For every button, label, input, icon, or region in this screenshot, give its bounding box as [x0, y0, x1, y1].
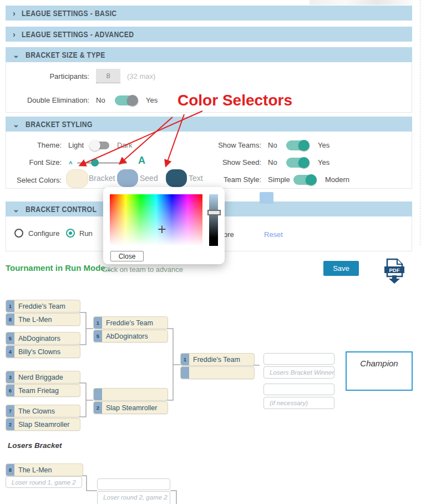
team-box[interactable]: 3 Nerd Briggade	[6, 371, 80, 384]
team-name: Slap Steamroller	[102, 402, 168, 414]
team-style-simple: Simple	[268, 175, 290, 184]
participants-input[interactable]: 8	[96, 69, 120, 83]
show-teams-toggle[interactable]	[286, 140, 308, 150]
team-name: Freddie's Team	[102, 317, 168, 329]
bracket-swatch-label: Bracket	[89, 174, 115, 183]
team-box[interactable]: 2 Slap Steamroller	[6, 418, 80, 431]
team-style-modern: Modern	[325, 175, 349, 184]
team-name: Slap Steamroller	[14, 419, 80, 430]
placeholder-text: Losers Bracket Winner	[264, 367, 334, 376]
advance-hint: Click on team to advance	[102, 265, 183, 274]
show-seed-toggle[interactable]	[286, 158, 308, 168]
double-elimination-toggle[interactable]	[115, 95, 137, 105]
losers-winner-placeholder-slot: Losers Bracket Winner	[263, 366, 334, 379]
close-button[interactable]: Close	[110, 251, 144, 261]
save-button[interactable]: Save	[323, 261, 359, 276]
run-radio[interactable]	[66, 229, 75, 238]
page-edge-dashed-line	[420, 0, 420, 245]
team-name: The L-Men	[14, 464, 83, 476]
seed-badge: 6	[6, 385, 14, 396]
font-size-slider-track[interactable]	[77, 162, 127, 164]
seed-badge: 2	[6, 419, 14, 430]
seed-badge: 7	[6, 405, 14, 417]
seed-badge: 3	[6, 371, 14, 383]
team-box[interactable]: 4 Billy's Clowns	[6, 345, 80, 358]
section-header-league-advanced[interactable]: › LEAGUE SETTINGS - ADVANCED	[6, 27, 412, 42]
participants-label: Participants:	[6, 72, 89, 80]
team-box[interactable]: 8 The L-Men	[6, 463, 83, 476]
configure-radio-label: Configure	[28, 229, 59, 238]
team-box[interactable]: 6 Team Frietag	[6, 384, 80, 397]
seed-badge: 1	[94, 317, 102, 329]
seed-badge: 2	[94, 402, 102, 414]
brightness-slider[interactable]	[209, 194, 218, 246]
team-style-label: Team Style:	[178, 175, 261, 184]
team-style-toggle[interactable]	[293, 175, 316, 185]
chevron-down-icon: ⌄	[13, 205, 19, 213]
color-gradient-area[interactable]: +	[110, 194, 202, 246]
seed-badge: 1	[181, 354, 189, 365]
font-size-large-a: A	[138, 155, 145, 167]
team-box[interactable]: 8 The L-Men	[6, 313, 80, 326]
bracket-color-swatch[interactable]	[66, 169, 88, 188]
if-necessary-empty-slot	[263, 384, 334, 395]
seed-badge: 1	[6, 300, 14, 312]
team-box[interactable]: 2 Slap Steamroller	[93, 401, 168, 414]
svg-text:PDF: PDF	[389, 267, 400, 273]
section-label: BRACKET CONTROL	[26, 205, 97, 214]
restore-link-fragment[interactable]: ore	[224, 230, 234, 239]
chevron-right-icon: ›	[13, 31, 16, 38]
team-box-empty-slot[interactable]	[180, 366, 255, 379]
team-name: AbDoginators	[14, 332, 80, 344]
team-name: Billy's Clowns	[14, 346, 80, 357]
double-elimination-yes-label: Yes	[146, 96, 158, 104]
team-box[interactable]: 1 Freddie's Team	[6, 300, 80, 313]
section-header-bracket-styling[interactable]: ⌄ BRACKET STYLING	[6, 117, 412, 132]
show-teams-no: No	[268, 141, 277, 149]
configure-radio[interactable]	[14, 229, 23, 238]
seed-badge: 5	[94, 330, 102, 342]
bracket-app-page: › LEAGUE SETTINGS - BASIC › LEAGUE SETTI…	[0, 0, 426, 504]
toggle-knob	[298, 140, 310, 151]
show-seed-yes: Yes	[318, 158, 329, 167]
section-header-bracket-size[interactable]: ⌄ BRACKET SIZE & TYPE	[6, 47, 412, 62]
champion-box: Champion	[346, 351, 413, 391]
show-seed-no: No	[268, 158, 277, 167]
section-label: LEAGUE SETTINGS - BASIC	[22, 9, 117, 18]
team-box[interactable]: 1 Freddie's Team	[180, 353, 255, 366]
select-colors-label: Select Colors:	[6, 176, 62, 184]
team-box[interactable]: 5 AbDoginators	[6, 332, 80, 345]
placeholder-text: Loser round 1, game 2	[6, 477, 82, 486]
font-size-small-a: A	[69, 160, 73, 165]
brightness-slider-handle[interactable]	[207, 210, 221, 215]
team-name: Team Frietag	[14, 385, 80, 396]
losers-bracket-heading: Losers Bracket	[8, 441, 62, 450]
seed-color-swatch[interactable]	[117, 169, 138, 187]
reset-link[interactable]: Reset	[264, 230, 283, 239]
theme-toggle[interactable]	[90, 142, 109, 149]
champion-label: Champion	[347, 359, 412, 368]
run-radio-label: Run	[79, 229, 93, 238]
chevron-down-icon: ⌄	[13, 51, 19, 59]
section-label: LEAGUE SETTINGS - ADVANCED	[22, 30, 134, 39]
losers-winner-empty-slot	[263, 353, 334, 365]
theme-light-label: Light	[68, 141, 84, 149]
team-name: The L-Men	[14, 314, 80, 325]
show-teams-yes: Yes	[318, 141, 329, 149]
team-box-empty-slot[interactable]	[93, 388, 168, 401]
color-picker-popup: + Close	[103, 187, 225, 264]
font-size-slider-knob[interactable]	[91, 159, 99, 167]
show-seed-label: Show Seed:	[178, 158, 261, 167]
run-mode-status: Tournament in Run Mode...	[6, 263, 112, 273]
section-header-league-basic[interactable]: › LEAGUE SETTINGS - BASIC	[6, 6, 412, 21]
pdf-download-icon[interactable]: PDF	[383, 258, 406, 286]
toggle-knob	[306, 174, 317, 185]
team-box[interactable]: 5 AbDoginators	[93, 330, 168, 342]
team-name: The Clowns	[14, 405, 80, 417]
team-box[interactable]: 7 The Clowns	[6, 405, 80, 417]
theme-label: Theme:	[6, 141, 62, 149]
team-name: Nerd Briggade	[14, 371, 80, 383]
team-box[interactable]: 1 Freddie's Team	[93, 316, 168, 329]
floating-color-preview	[260, 192, 273, 204]
team-name	[189, 367, 254, 379]
